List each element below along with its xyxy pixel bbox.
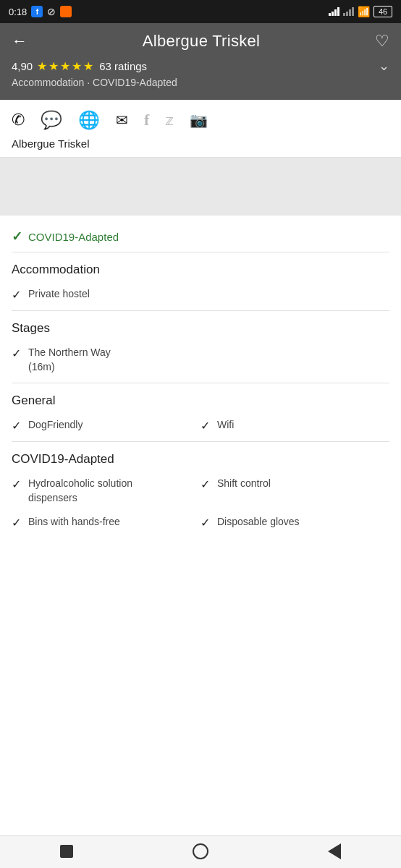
list-item: ✓ Hydroalcoholic solution dispensers bbox=[12, 474, 200, 508]
item-label: Wifi bbox=[217, 418, 234, 433]
stages-title: Stages bbox=[12, 321, 389, 336]
nav-square-button[interactable] bbox=[60, 845, 73, 858]
contact-icons-row: ✆ 💬 🌐 ✉ f 𝕫 📷 Albergue Triskel bbox=[0, 100, 401, 158]
item-label: Private hostel bbox=[28, 287, 90, 302]
list-item: ✓ DogFriendly bbox=[12, 415, 200, 435]
instagram-button[interactable]: 📷 bbox=[190, 111, 208, 129]
place-name-label: Albergue Triskel bbox=[12, 137, 389, 150]
general-section: General ✓ DogFriendly ✓ Wifi bbox=[12, 383, 389, 435]
expand-button[interactable]: ⌄ bbox=[379, 58, 389, 74]
checkmark-icon: ✓ bbox=[200, 516, 210, 529]
checkmark-icon: ✓ bbox=[12, 477, 21, 491]
covid-badge: ✓ COVID19-Adapted bbox=[12, 216, 389, 252]
header-top-bar: ← Albergue Triskel ♡ bbox=[12, 32, 389, 51]
page-title: Albergue Triskel bbox=[28, 32, 375, 51]
item-label: Disposable gloves bbox=[217, 515, 300, 529]
nav-square-icon bbox=[60, 845, 73, 858]
nav-back-button[interactable] bbox=[328, 843, 341, 859]
header-section: ← Albergue Triskel ♡ 4,90 ★★★★★ 63 ratin… bbox=[0, 23, 401, 100]
web-button[interactable]: 🌐 bbox=[78, 110, 100, 130]
time-display: 0:18 bbox=[9, 7, 27, 17]
list-item: ✓ Bins with hands-free bbox=[12, 512, 200, 532]
list-item: ✓ Private hostel bbox=[12, 284, 389, 305]
status-bar: 0:18 f ⊘ 📶 46 bbox=[0, 0, 401, 23]
whatsapp-button[interactable]: 💬 bbox=[41, 110, 62, 130]
item-label: DogFriendly bbox=[28, 418, 83, 433]
list-item: ✓ The Northern Way (16m) bbox=[12, 343, 389, 377]
navigation-bar bbox=[0, 835, 401, 868]
twitter-button[interactable]: 𝕫 bbox=[165, 111, 174, 129]
status-left: 0:18 f ⊘ bbox=[9, 6, 72, 17]
header-tags: Accommodation · COVID19-Adapted bbox=[12, 77, 389, 88]
facebook-notification-icon: f bbox=[31, 6, 43, 17]
icon-buttons-container: ✆ 💬 🌐 ✉ f 𝕫 📷 bbox=[12, 110, 389, 130]
item-label: Hydroalcoholic solution dispensers bbox=[28, 477, 132, 505]
app-icon-1: ⊘ bbox=[47, 6, 56, 17]
checkmark-icon: ✓ bbox=[12, 419, 21, 433]
map-area bbox=[0, 158, 401, 216]
nav-circle-icon bbox=[193, 843, 208, 859]
covid-items: ✓ Hydroalcoholic solution dispensers ✓ S… bbox=[12, 474, 389, 532]
wifi-icon: 📶 bbox=[358, 6, 370, 17]
covid-badge-label: COVID19-Adapted bbox=[28, 231, 119, 243]
nav-triangle-icon bbox=[328, 843, 341, 859]
covid-section-title: COVID19-Adapted bbox=[12, 452, 389, 467]
item-label: The Northern Way (16m) bbox=[28, 346, 111, 374]
signal-icon-2 bbox=[343, 7, 354, 16]
ratings-count: 63 ratings bbox=[99, 60, 147, 72]
status-right: 📶 46 bbox=[329, 6, 392, 17]
main-content: ✓ COVID19-Adapted Accommodation ✓ Privat… bbox=[0, 216, 401, 595]
accommodation-section: Accommodation ✓ Private hostel bbox=[12, 252, 389, 305]
list-item: ✓ Disposable gloves bbox=[200, 512, 389, 532]
back-button[interactable]: ← bbox=[12, 32, 28, 51]
covid-check-icon: ✓ bbox=[12, 229, 22, 244]
item-label: Shift control bbox=[217, 477, 271, 491]
phone-button[interactable]: ✆ bbox=[12, 111, 25, 129]
nav-home-button[interactable] bbox=[193, 843, 208, 859]
checkmark-icon: ✓ bbox=[12, 516, 21, 529]
accommodation-items: ✓ Private hostel bbox=[12, 284, 389, 305]
email-button[interactable]: ✉ bbox=[116, 111, 128, 129]
checkmark-icon: ✓ bbox=[12, 288, 21, 302]
general-items: ✓ DogFriendly ✓ Wifi bbox=[12, 415, 389, 435]
star-rating: ★★★★★ bbox=[37, 59, 95, 73]
rating-value: 4,90 bbox=[12, 60, 33, 72]
item-label: Bins with hands-free bbox=[28, 515, 120, 529]
battery-indicator: 46 bbox=[373, 6, 392, 17]
facebook-button[interactable]: f bbox=[144, 111, 149, 129]
general-title: General bbox=[12, 393, 389, 408]
checkmark-icon: ✓ bbox=[12, 346, 21, 360]
app-icon-2 bbox=[60, 6, 72, 17]
covid-section: COVID19-Adapted ✓ Hydroalcoholic solutio… bbox=[12, 442, 389, 532]
stages-items: ✓ The Northern Way (16m) bbox=[12, 343, 389, 377]
list-item: ✓ Shift control bbox=[200, 474, 389, 508]
checkmark-icon: ✓ bbox=[200, 477, 210, 491]
favorite-button[interactable]: ♡ bbox=[375, 32, 389, 51]
list-item: ✓ Wifi bbox=[200, 415, 389, 435]
stages-section: Stages ✓ The Northern Way (16m) bbox=[12, 311, 389, 377]
accommodation-title: Accommodation bbox=[12, 263, 389, 277]
checkmark-icon: ✓ bbox=[200, 419, 210, 433]
signal-icon bbox=[329, 7, 339, 16]
rating-row: 4,90 ★★★★★ 63 ratings ⌄ bbox=[12, 58, 389, 74]
